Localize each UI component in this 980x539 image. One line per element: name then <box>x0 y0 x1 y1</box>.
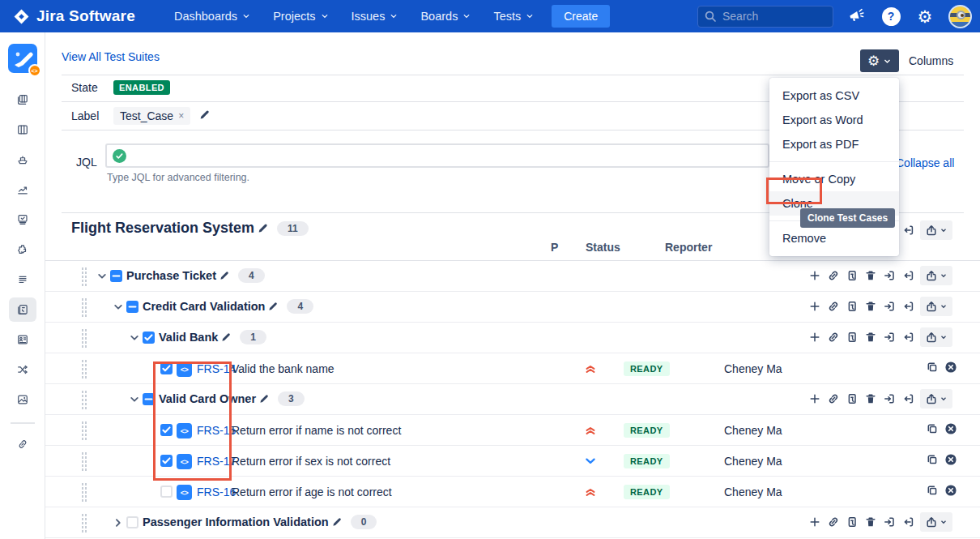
columns-button[interactable]: Columns <box>909 54 953 67</box>
add-icon[interactable] <box>808 392 821 405</box>
test-case-key-link[interactable]: FRS-15 <box>197 424 236 437</box>
drag-handle-icon[interactable] <box>81 297 88 317</box>
sidebar-item-backlog-icon[interactable] <box>9 88 36 112</box>
copy-doc-icon[interactable] <box>846 269 859 282</box>
sidebar-item-contact-card-icon[interactable] <box>9 327 36 352</box>
group-checkbox-indeterminate[interactable] <box>143 393 155 405</box>
edit-pencil-icon[interactable] <box>258 393 270 404</box>
clone-test-icon[interactable] <box>926 361 939 374</box>
copy-doc-icon[interactable] <box>846 331 859 344</box>
drag-handle-icon[interactable] <box>81 513 88 533</box>
drag-handle-icon[interactable] <box>81 359 88 379</box>
test-checkbox-checked[interactable] <box>160 455 173 467</box>
help-icon[interactable]: ? <box>880 6 901 27</box>
trash-icon[interactable] <box>864 392 877 405</box>
edit-pencil-icon[interactable] <box>219 270 230 281</box>
menu-item-export-as-pdf[interactable]: Export as PDF <box>769 132 899 156</box>
suite-edit-pencil-icon[interactable] <box>257 222 269 234</box>
group-checkbox-indeterminate[interactable] <box>110 270 122 282</box>
sidebar-item-test-suites-icon[interactable] <box>9 297 36 322</box>
add-icon[interactable] <box>808 269 821 282</box>
drag-handle-icon[interactable] <box>81 451 88 471</box>
trash-icon[interactable] <box>864 515 877 528</box>
menu-item-export-as-csv[interactable]: Export as CSV <box>769 83 899 108</box>
drag-handle-icon[interactable] <box>81 390 88 409</box>
export-menu-button[interactable] <box>920 220 952 240</box>
export-menu-button[interactable] <box>920 327 952 347</box>
remove-test-icon[interactable] <box>944 484 957 497</box>
user-avatar[interactable] <box>948 5 972 28</box>
sidebar-item-addons-puzzle-icon[interactable] <box>9 237 36 262</box>
nav-menu-dashboards[interactable]: Dashboards <box>166 5 258 28</box>
test-case-key-link[interactable]: FRS-14 <box>197 362 236 375</box>
move-out-icon[interactable] <box>901 515 914 528</box>
create-button[interactable]: Create <box>552 5 610 28</box>
link-icon[interactable] <box>827 331 840 344</box>
move-in-icon[interactable] <box>883 515 896 528</box>
add-icon[interactable] <box>808 515 821 528</box>
link-icon[interactable] <box>827 300 840 313</box>
group-checkbox-checked[interactable] <box>143 332 155 344</box>
export-menu-button[interactable] <box>920 266 952 285</box>
test-checkbox-unchecked[interactable] <box>160 486 173 498</box>
export-menu-button[interactable] <box>920 512 952 532</box>
chevron-right-icon[interactable] <box>112 516 125 529</box>
menu-item-move-or-copy[interactable]: Move or Copy <box>769 167 899 191</box>
add-icon[interactable] <box>808 300 821 313</box>
suite-settings-gear-button[interactable]: ⚙ <box>860 49 899 72</box>
group-checkbox-indeterminate[interactable] <box>126 301 138 313</box>
group-checkbox-unchecked[interactable] <box>126 516 138 528</box>
nav-menu-projects[interactable]: Projects <box>265 5 336 28</box>
remove-test-icon[interactable] <box>944 361 957 374</box>
test-case-key-link[interactable]: FRS-16 <box>197 486 236 498</box>
chevron-down-icon[interactable] <box>112 301 125 314</box>
move-out-icon[interactable] <box>901 331 914 344</box>
sidebar-item-reports-chart-icon[interactable] <box>9 178 36 202</box>
remove-test-icon[interactable] <box>944 453 957 466</box>
sidebar-item-monitor-check-icon[interactable] <box>9 207 36 232</box>
drag-handle-icon[interactable] <box>81 421 88 440</box>
jql-input[interactable] <box>105 143 769 168</box>
move-in-icon[interactable] <box>883 300 896 313</box>
move-in-icon[interactable] <box>883 331 896 344</box>
test-checkbox-checked[interactable] <box>160 424 173 436</box>
sidebar-item-releases-ship-icon[interactable] <box>9 148 36 172</box>
jira-logo[interactable]: Jira Software <box>13 7 135 25</box>
nav-menu-tests[interactable]: Tests <box>485 5 542 28</box>
link-icon[interactable] <box>827 269 840 282</box>
export-menu-button[interactable] <box>920 389 952 409</box>
nav-menu-boards[interactable]: Boards <box>412 5 479 28</box>
copy-doc-icon[interactable] <box>846 515 859 528</box>
collapse-all-link[interactable]: Collapse all <box>896 156 954 169</box>
add-icon[interactable] <box>808 331 821 344</box>
link-icon[interactable] <box>827 515 840 528</box>
edit-pencil-icon[interactable] <box>267 301 279 312</box>
nav-menu-issues[interactable]: Issues <box>343 5 407 28</box>
link-icon[interactable] <box>827 392 840 405</box>
trash-icon[interactable] <box>864 269 877 282</box>
sidebar-item-list-lines-icon[interactable] <box>9 267 36 292</box>
sidebar-item-board-columns-icon[interactable] <box>9 118 36 142</box>
menu-item-remove[interactable]: Remove <box>769 226 899 250</box>
test-case-key-link[interactable]: FRS-17 <box>197 455 236 468</box>
search-input[interactable] <box>697 6 833 28</box>
sidebar-item-link-chain-icon[interactable] <box>9 432 36 456</box>
menu-item-export-as-word[interactable]: Export as Word <box>769 108 899 132</box>
clone-test-icon[interactable] <box>926 453 939 466</box>
clone-test-icon[interactable] <box>926 484 939 497</box>
move-out-icon[interactable] <box>901 392 914 405</box>
settings-gear-icon[interactable]: ⚙ <box>914 6 935 27</box>
edit-pencil-icon[interactable] <box>331 516 343 528</box>
move-out-icon[interactable] <box>901 224 914 237</box>
announcements-megaphone-icon[interactable] <box>846 6 867 27</box>
copy-doc-icon[interactable] <box>846 392 859 405</box>
move-out-icon[interactable] <box>901 269 914 282</box>
test-checkbox-checked[interactable] <box>160 362 173 374</box>
label-edit-pencil-icon[interactable] <box>198 109 211 121</box>
sidebar-item-media-image-icon[interactable] <box>9 387 36 412</box>
label-chip[interactable]: Test_Case × <box>113 107 190 125</box>
project-avatar-icon[interactable]: <> <box>8 44 37 73</box>
remove-test-icon[interactable] <box>944 422 957 435</box>
edit-pencil-icon[interactable] <box>220 332 232 343</box>
trash-icon[interactable] <box>864 300 877 313</box>
